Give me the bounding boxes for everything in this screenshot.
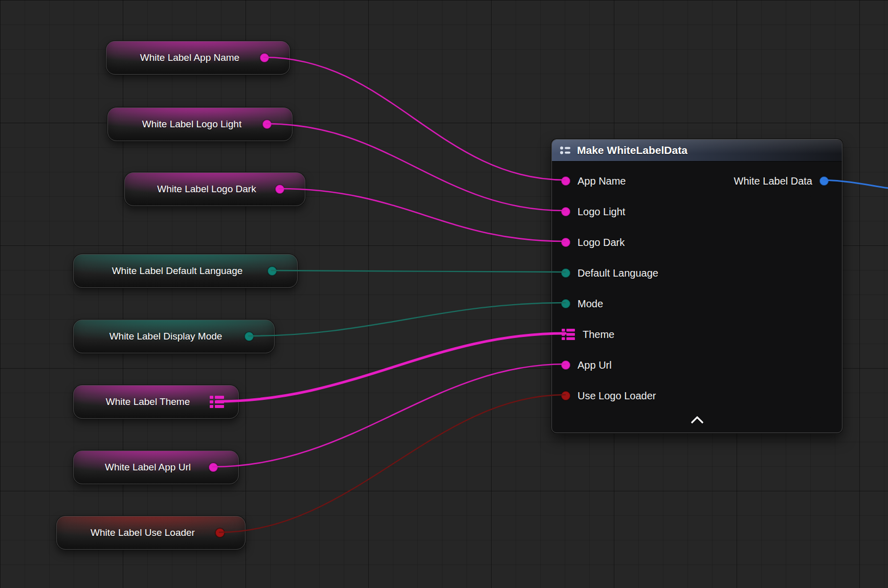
variable-node-theme[interactable]: White Label Theme xyxy=(73,385,239,419)
chevron-up-icon xyxy=(691,416,703,428)
string-output-pin[interactable] xyxy=(262,120,272,129)
collapse-pins-button[interactable] xyxy=(552,412,842,428)
struct-output-pin[interactable] xyxy=(819,176,829,186)
variable-node-display-mode[interactable]: White Label Display Mode xyxy=(73,320,275,353)
pin-label: Default Language xyxy=(578,267,658,279)
blueprint-graph-canvas[interactable]: White Label App Name White Label Logo Li… xyxy=(0,0,888,588)
input-pin-app-url[interactable] xyxy=(561,360,570,370)
pin-row: Default Language xyxy=(552,258,842,288)
pin-row: Logo Dark xyxy=(552,227,842,258)
pin-row: Theme xyxy=(552,319,842,350)
variable-node-label: White Label App Name xyxy=(115,52,265,63)
variable-node-label: White Label Default Language xyxy=(82,265,273,277)
pin-label: Logo Light xyxy=(578,206,625,218)
wire-default-language[interactable] xyxy=(272,270,565,272)
variable-node-label: White Label Use Loader xyxy=(65,527,220,538)
input-pin-default-language[interactable] xyxy=(561,268,570,278)
node-header[interactable]: Make WhiteLabelData xyxy=(552,140,842,162)
variable-node-label: White Label Logo Light xyxy=(116,119,268,130)
variable-node-app-name[interactable]: White Label App Name xyxy=(106,41,290,75)
wire-logo-light[interactable] xyxy=(267,124,565,211)
variable-node-label: White Label Display Mode xyxy=(82,331,250,342)
variable-node-app-url[interactable]: White Label App Url xyxy=(73,450,239,484)
struct-grid-icon[interactable] xyxy=(209,395,225,409)
input-pin-mode[interactable] xyxy=(561,299,570,308)
enum-output-pin[interactable] xyxy=(245,332,254,341)
output-pin-label: White Label Data xyxy=(734,175,812,187)
variable-node-logo-light[interactable]: White Label Logo Light xyxy=(107,107,293,141)
node-body: App Name White Label Data Logo Light Log… xyxy=(552,162,842,411)
string-output-pin[interactable] xyxy=(275,185,284,194)
input-pin-logo-light[interactable] xyxy=(561,207,570,216)
pin-label: App Name xyxy=(578,175,626,187)
variable-node-label: White Label App Url xyxy=(82,462,214,473)
variable-node-label: White Label Theme xyxy=(82,396,214,408)
variable-node-use-loader[interactable]: White Label Use Loader xyxy=(56,516,246,550)
wire-app-name[interactable] xyxy=(264,57,565,180)
wire-mode[interactable] xyxy=(249,303,565,336)
variable-node-default-language[interactable]: White Label Default Language xyxy=(73,254,298,288)
wire-logo-dark[interactable] xyxy=(279,189,565,241)
string-output-pin[interactable] xyxy=(209,463,218,472)
make-whitelabeldata-node[interactable]: Make WhiteLabelData App Name White Label… xyxy=(551,139,842,433)
pin-row: Use Logo Loader xyxy=(552,380,842,411)
make-struct-icon xyxy=(559,145,572,156)
pin-label: Theme xyxy=(583,329,614,341)
pin-row: Mode xyxy=(552,288,842,319)
pin-row: App Url xyxy=(552,350,842,380)
string-output-pin[interactable] xyxy=(260,53,269,62)
pin-label: Logo Dark xyxy=(578,237,625,248)
pin-row: App Name White Label Data xyxy=(552,166,842,196)
struct-grid-icon[interactable] xyxy=(561,328,575,341)
pin-label: Use Logo Loader xyxy=(578,390,656,402)
node-title: Make WhiteLabelData xyxy=(577,144,687,156)
variable-node-logo-dark[interactable]: White Label Logo Dark xyxy=(124,172,305,206)
input-pin-use-logo-loader[interactable] xyxy=(561,391,570,400)
input-pin-logo-dark[interactable] xyxy=(561,238,570,247)
bool-output-pin[interactable] xyxy=(215,528,225,537)
wire-use-logo-loader[interactable] xyxy=(219,395,565,532)
pin-row: Logo Light xyxy=(552,196,842,227)
input-pin-app-name[interactable] xyxy=(561,176,570,186)
pin-label: Mode xyxy=(578,298,603,310)
wire-app-url[interactable] xyxy=(213,364,565,467)
enum-output-pin[interactable] xyxy=(268,266,277,276)
variable-node-label: White Label Logo Dark xyxy=(133,184,280,195)
pin-label: App Url xyxy=(578,359,612,371)
